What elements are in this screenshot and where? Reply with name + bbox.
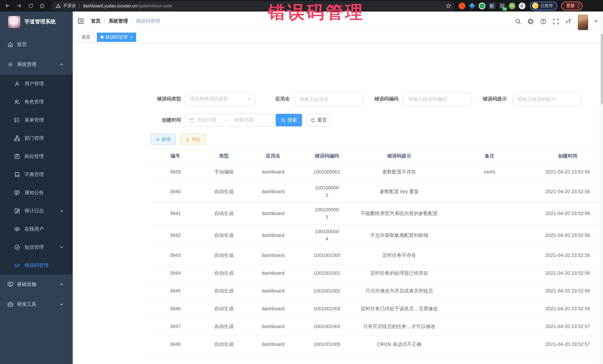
scrollbar-thumb[interactable] (601, 34, 603, 104)
row-type: 自动生成 (201, 335, 247, 353)
add-button-label: 新增 (162, 136, 171, 143)
chevron-down-icon (59, 282, 64, 287)
sidebar-item-label: 角色管理 (24, 99, 44, 105)
column-header: 错误码提示 (355, 149, 444, 163)
tag-error-code[interactable]: 错误码管理 × (97, 33, 136, 42)
header-search-icon[interactable] (515, 18, 521, 25)
extension-proxy-icon[interactable]: on (499, 2, 505, 9)
row-id: 3946 (150, 300, 201, 318)
fullscreen-icon[interactable] (553, 18, 559, 25)
row-type: 手动编辑 (201, 163, 247, 181)
chevron-up-icon (59, 62, 64, 67)
row-type: 自动生成 (201, 224, 247, 246)
date-start-placeholder: 开始日期 (197, 117, 216, 123)
extension-grid-icon[interactable] (489, 2, 495, 9)
app-name-input[interactable] (295, 93, 363, 105)
row-remark (444, 264, 535, 282)
browser-update-button[interactable]: 更新 (561, 1, 583, 10)
search-icon (281, 118, 286, 122)
row-remark (444, 300, 535, 318)
app-title: 芋道管理系统 (24, 19, 56, 25)
chevron-down-icon (59, 245, 64, 249)
extension-check-icon[interactable] (479, 2, 485, 9)
browser-home-icon[interactable] (39, 3, 45, 9)
row-hint: CRON 表达式不正确 (355, 335, 444, 353)
sidebar-item-user-management[interactable]: 用户管理 (0, 75, 73, 93)
bookmark-star-icon[interactable] (446, 3, 451, 9)
browser-forward-icon[interactable] (16, 3, 22, 9)
column-header: 类型 (201, 149, 247, 163)
sidebar-item-dict-management[interactable]: 字典管理 (0, 165, 73, 184)
column-header: 错误码编码 (299, 149, 355, 163)
sidebar-item-dept-management[interactable]: 部门管理 (0, 129, 73, 147)
browser-reload-icon[interactable] (27, 3, 34, 9)
row-code: 1001001001 (299, 264, 355, 282)
column-header: 应用名 (247, 149, 299, 163)
select-placeholder: 请选择错误码类型 (190, 96, 228, 102)
row-code: 1001001005 (299, 335, 355, 353)
browser-back-icon[interactable] (4, 3, 11, 9)
github-icon[interactable] (527, 18, 534, 25)
chevron-down-icon (59, 302, 64, 307)
sms-icon (14, 244, 20, 250)
sidebar-item-error-code-management[interactable]: 错误码管理 (0, 256, 73, 274)
sidebar-item-label: 用户管理 (24, 80, 44, 87)
extension-gem-icon[interactable] (469, 2, 475, 9)
table-row: 3945自动生成dashboard1001001002只允许修改为开启或者关闭状… (150, 282, 603, 300)
table-header-row: 编号类型应用名错误码编码错误码提示备注创建时间操作 (150, 149, 603, 163)
add-button[interactable]: 新增 (151, 134, 175, 145)
browser-menu-icon[interactable] (578, 3, 579, 8)
extension-search-icon[interactable] (509, 2, 515, 9)
help-icon[interactable] (540, 18, 547, 25)
tag-close-icon[interactable]: × (130, 35, 133, 39)
user-icon (14, 81, 20, 87)
row-hint: 参数配置不存在 (355, 163, 444, 181)
sidebar-item-role-management[interactable]: 角色管理 (0, 93, 73, 111)
row-time: 2021-04-20 23:52:56 (535, 181, 600, 203)
tree-icon (14, 135, 20, 141)
browser-profile-button[interactable]: 已暂停 (530, 1, 557, 10)
breadcrumb-system[interactable]: 系统管理 (109, 18, 128, 24)
row-time: 2021-04-20 23:52:56 (535, 300, 600, 318)
user-avatar[interactable] (578, 14, 588, 30)
sidebar-item-sms-management[interactable]: 短信管理 (0, 238, 73, 256)
extensions-puzzle-icon[interactable] (519, 2, 525, 9)
sidebar-item-notice-announcement[interactable]: 通知公告 (0, 184, 73, 202)
vertical-scrollbar[interactable] (600, 11, 603, 364)
error-code-input[interactable] (404, 93, 472, 105)
row-app: dashboard (247, 246, 299, 264)
app-name-field-wrap (295, 92, 364, 106)
reset-button[interactable]: 重置 (306, 114, 331, 126)
sidebar-item-menu-management[interactable]: 菜单管理 (0, 111, 73, 129)
sidebar-item-online-users[interactable]: 在线用户 (0, 220, 73, 238)
sidebar-item-system-management[interactable]: 系统管理 (0, 55, 73, 75)
row-id: 3941 (150, 203, 201, 224)
error-hint-input[interactable] (513, 93, 580, 105)
tag-home[interactable]: 首页 (78, 33, 94, 42)
search-button[interactable]: 搜索 (276, 114, 302, 126)
error-type-select[interactable]: 请选择错误码类型 (185, 92, 255, 106)
hamburger-icon[interactable] (78, 18, 84, 24)
sidebar-item-audit-log[interactable]: 审计日志 (0, 202, 73, 220)
sidebar-item-home[interactable]: 首页 (0, 34, 73, 55)
sidebar-item-post-management[interactable]: 岗位管理 (0, 147, 73, 165)
announcement-icon (14, 190, 20, 196)
extension-ubuntu-icon[interactable] (459, 2, 465, 9)
row-code: 1001001000 (299, 246, 355, 264)
date-range-picker[interactable]: 开始日期 - 结束日期 (185, 113, 274, 127)
sidebar-item-infrastructure[interactable]: 基础设施 (0, 274, 73, 294)
security-warning-icon[interactable] (56, 3, 61, 8)
sidebar-item-label: 审计日志 (24, 207, 44, 214)
address-bar[interactable]: 不安全 | dashboard.yudao.iocoder.cn/system/… (51, 1, 455, 10)
sidebar-item-label: 字典管理 (24, 171, 44, 178)
export-button[interactable]: 导出 (180, 134, 206, 145)
address-divider: | (79, 3, 80, 8)
sidebar-logo[interactable]: 芋道管理系统 (0, 11, 73, 32)
font-size-icon[interactable] (565, 18, 572, 25)
table-row: 3939手动编辑dashboard1001000001参数配置不存在ceshi2… (150, 163, 603, 181)
gear-icon (7, 62, 13, 67)
user-caret-icon[interactable] (594, 20, 598, 22)
breadcrumb-home[interactable]: 首页 (91, 18, 101, 24)
sidebar-item-dev-tools[interactable]: 研发工具 (0, 294, 73, 314)
table-row: 3946自动生成dashboard1001001003定时任务已经处于该状态，无… (150, 300, 603, 318)
